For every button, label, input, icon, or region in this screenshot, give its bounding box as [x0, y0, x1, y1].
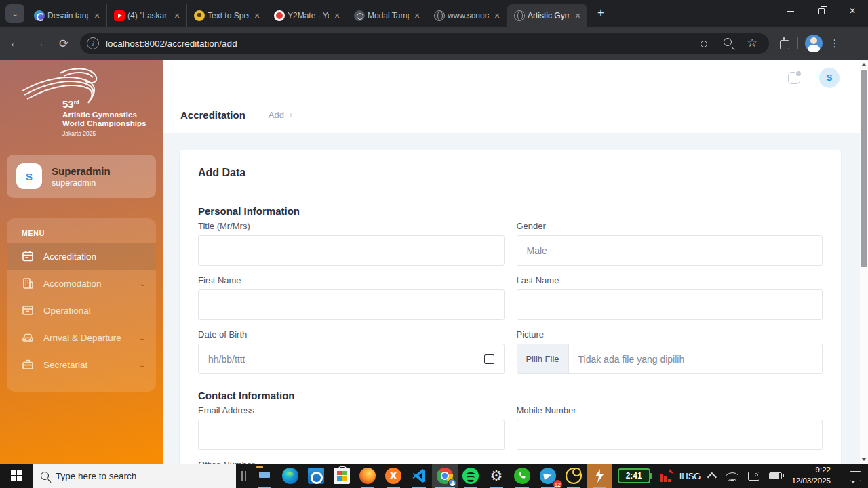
tab-close-icon[interactable]: ✕: [412, 10, 422, 21]
tab-close-icon[interactable]: ✕: [332, 10, 342, 21]
tab-title: Desain tanpa j: [47, 11, 89, 20]
tab-search-button[interactable]: ⌄: [5, 4, 24, 23]
user-card[interactable]: S Superadmin superadmin: [7, 155, 156, 198]
taskbar-file-explorer[interactable]: [252, 464, 277, 488]
taskbar-navicat-active[interactable]: [587, 464, 612, 488]
date-of-birth-input[interactable]: hh/bb/tttt: [198, 344, 505, 374]
tab-sonora[interactable]: www.sonora.id ✕: [427, 4, 507, 27]
taskbar-whale[interactable]: [561, 464, 587, 488]
taskbar-vscode[interactable]: [406, 464, 432, 488]
title-input[interactable]: [198, 235, 505, 266]
scrollbar-thumb[interactable]: [861, 70, 867, 267]
display-connect-icon[interactable]: [748, 472, 760, 481]
close-window-button[interactable]: ✕: [837, 0, 868, 22]
tab-title: Modal Tampil: [368, 11, 409, 20]
new-tab-button[interactable]: +: [591, 3, 610, 22]
sidebar-item-operational[interactable]: Operational: [7, 297, 156, 324]
bookmark-star-icon[interactable]: ☆: [746, 37, 758, 49]
tab-youtube[interactable]: (4) "Laskar Pel ✕: [107, 4, 187, 27]
password-manager-icon[interactable]: [700, 37, 712, 49]
tab-close-icon[interactable]: ✕: [92, 10, 102, 21]
taskbar-outlook[interactable]: [303, 464, 329, 488]
reload-button[interactable]: ⟳: [54, 34, 73, 53]
tab-artistic-gymnastics-active[interactable]: Artistic Gymn ✕: [507, 4, 587, 27]
archive-box-icon: [22, 304, 34, 317]
browser-profile-avatar[interactable]: [805, 35, 823, 52]
taskbar-ms-store[interactable]: [329, 464, 355, 488]
date-of-birth-label: Date of Birth: [198, 329, 505, 340]
tab-canva[interactable]: Desain tanpa j ✕: [27, 4, 107, 27]
battery-icon[interactable]: [769, 472, 782, 479]
tab-y2mate[interactable]: Y2Mate - YouT ✕: [267, 4, 347, 27]
taskbar-clock[interactable]: 9:22 12/03/2025: [791, 465, 831, 486]
tab-close-icon[interactable]: ✕: [492, 10, 502, 21]
last-name-input[interactable]: [517, 289, 823, 320]
globe-icon: [514, 10, 525, 21]
taskbar-search[interactable]: Type here to search: [33, 464, 236, 488]
section-personal-information: Personal Information: [198, 205, 823, 217]
tab-close-icon[interactable]: ✕: [572, 10, 583, 21]
notification-icon[interactable]: [788, 72, 800, 84]
minimize-button[interactable]: [774, 0, 806, 22]
taskbar-chrome-active[interactable]: [432, 464, 458, 488]
url-text[interactable]: localhost:8002/accreditation/add: [106, 39, 700, 49]
ticker-label: IHSG: [679, 471, 701, 481]
sidebar-item-label: Accomodation: [43, 279, 140, 289]
task-view-button[interactable]: [236, 464, 252, 488]
taskbar-settings[interactable]: ⚙: [484, 464, 509, 488]
page-scrollbar[interactable]: [860, 60, 868, 464]
gender-select[interactable]: Male: [517, 235, 823, 266]
browser-menu-icon[interactable]: ⋮: [829, 37, 840, 49]
logo-line1: Artistic Gymnastics: [62, 110, 146, 120]
first-name-input[interactable]: [198, 289, 505, 320]
calendar-picker-icon[interactable]: [484, 354, 494, 364]
taskbar-firefox[interactable]: [355, 464, 380, 488]
sidebar-item-arrival-departure[interactable]: Arrival & Departure ⌄: [7, 324, 156, 351]
restore-button[interactable]: [806, 0, 837, 22]
section-contact-information: Contact Information: [198, 390, 823, 401]
toolbar-divider: [797, 37, 798, 49]
browser-tabstrip: ⌄ Desain tanpa j ✕ (4) "Laskar Pel ✕ Tex…: [0, 0, 868, 27]
tab-close-icon[interactable]: ✕: [172, 10, 182, 21]
account-avatar[interactable]: S: [819, 68, 840, 88]
outlook-icon: [308, 468, 324, 484]
start-button[interactable]: [0, 464, 33, 488]
wifi-icon[interactable]: [726, 471, 738, 481]
extensions-icon[interactable]: [778, 37, 791, 49]
event-logo: 53rd Artistic Gymnastics World Champions…: [0, 60, 163, 144]
sidebar-item-accreditation[interactable]: Accreditation: [7, 243, 156, 270]
mobile-number-input[interactable]: [517, 420, 823, 450]
email-input[interactable]: [198, 420, 505, 450]
logo-line3: Jakarta 2025: [62, 130, 146, 137]
hidden-icons-chevron[interactable]: [707, 472, 717, 482]
taskbar-xampp[interactable]: ꓫ: [380, 464, 406, 488]
taskbar-spotify[interactable]: [458, 464, 484, 488]
forward-button[interactable]: →: [30, 34, 49, 53]
address-bar[interactable]: i localhost:8002/accreditation/add ☆: [80, 33, 769, 54]
sidebar-item-secretariat[interactable]: Secretariat ⌄: [7, 351, 156, 378]
zoom-level-icon[interactable]: [723, 37, 735, 49]
tab-text-to-speech[interactable]: Text to Speech ✕: [187, 4, 267, 27]
picture-file-input[interactable]: Pilih File Tidak ada file yang dipilih: [517, 344, 823, 374]
calendar-icon: [22, 250, 34, 262]
y2mate-icon: [274, 10, 285, 21]
minimize-icon: [787, 11, 794, 12]
battery-time-widget[interactable]: 2:41: [618, 468, 650, 483]
taskbar-telegram[interactable]: 12: [535, 464, 561, 488]
tab-modal[interactable]: Modal Tampil ✕: [347, 4, 427, 27]
taskbar-edge[interactable]: [277, 464, 303, 488]
site-info-icon[interactable]: i: [87, 37, 99, 49]
scroll-up-arrow[interactable]: [860, 60, 868, 69]
user-name: Superadmin: [52, 165, 111, 177]
screen: ⌄ Desain tanpa j ✕ (4) "Laskar Pel ✕ Tex…: [0, 0, 868, 488]
search-icon: [41, 472, 49, 480]
tab-close-icon[interactable]: ✕: [252, 10, 262, 21]
sidebar-item-accomodation[interactable]: Accomodation ⌄: [7, 270, 156, 297]
taskbar-whatsapp[interactable]: [509, 464, 535, 488]
stock-ticker[interactable]: IHSG: [660, 470, 701, 482]
choose-file-button[interactable]: Pilih File: [517, 344, 569, 373]
action-center-icon[interactable]: [850, 471, 861, 481]
back-button[interactable]: ←: [5, 34, 24, 53]
spotify-icon: [462, 468, 479, 484]
scroll-down-arrow[interactable]: [860, 454, 868, 464]
